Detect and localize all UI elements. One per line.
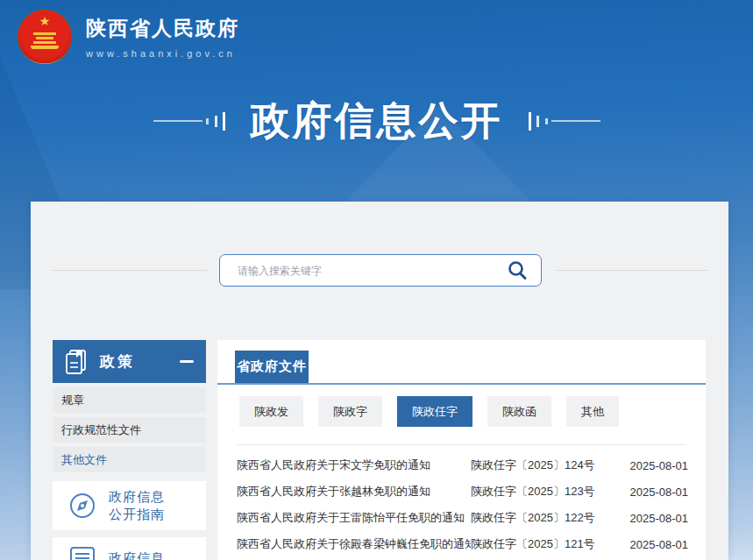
sidebar-item-other-documents[interactable]: 其他文件 bbox=[53, 447, 206, 472]
document-number: 陕政任字〔2025〕123号 bbox=[471, 484, 618, 500]
document-list-icon bbox=[68, 545, 96, 560]
sidebar-section-policy[interactable]: 政策 bbox=[53, 340, 206, 383]
sidebar: 政策 规章 行政规范性文件 其他文件 政府信息 公开指南 bbox=[53, 340, 206, 560]
quick-link-disclosure-guide[interactable]: 政府信息 公开指南 bbox=[53, 481, 206, 530]
national-emblem-logo[interactable]: ★ bbox=[18, 10, 72, 64]
sidebar-item-label: 行政规范性文件 bbox=[61, 422, 141, 438]
document-number: 陕政任字〔2025〕122号 bbox=[471, 510, 618, 526]
site-name[interactable]: 陕西省人民政府 bbox=[86, 15, 239, 42]
search-icon bbox=[506, 259, 529, 282]
sidebar-item-label: 规章 bbox=[61, 393, 84, 408]
search-button[interactable] bbox=[506, 259, 529, 282]
search-input[interactable] bbox=[238, 265, 506, 277]
sidebar-section-label: 政策 bbox=[100, 351, 135, 372]
table-row: 陕西省人民政府关于王雷陈怡平任免职的通知 陕政任字〔2025〕122号 2025… bbox=[217, 505, 706, 531]
emblem-gate-shape bbox=[33, 32, 56, 35]
page-title: 政府信息公开 bbox=[251, 95, 503, 147]
quick-link-label: 政府信息 bbox=[109, 549, 165, 560]
tab-provincial-government-documents[interactable]: 省政府文件 bbox=[235, 351, 309, 383]
search-decor-line-right bbox=[557, 270, 708, 271]
banner: 政府信息公开 bbox=[0, 95, 753, 147]
filter-shanzhengrenzi[interactable]: 陕政任字 bbox=[397, 396, 472, 427]
sidebar-item-label: 其他文件 bbox=[61, 452, 107, 468]
site-url: www.shaanxi.gov.cn bbox=[86, 48, 239, 59]
emblem-gate-shape bbox=[31, 46, 59, 49]
document-title-link[interactable]: 陕西省人民政府关于张越林免职的通知 bbox=[237, 484, 471, 500]
emblem-gate-shape bbox=[33, 41, 56, 44]
sidebar-item-regulations[interactable]: 规章 bbox=[53, 387, 206, 413]
filter-shanzhengzi[interactable]: 陕政字 bbox=[318, 396, 382, 427]
filter-other[interactable]: 其他 bbox=[566, 396, 619, 427]
search-bar bbox=[219, 254, 542, 287]
policy-book-icon bbox=[65, 349, 88, 375]
quick-link-label: 政府信息 公开指南 bbox=[109, 488, 165, 523]
content-card: 政策 规章 行政规范性文件 其他文件 政府信息 公开指南 bbox=[31, 202, 728, 560]
table-row: 陕西省人民政府关于宋文学免职的通知 陕政任字〔2025〕124号 2025-08… bbox=[217, 452, 706, 478]
filter-shanzhenghan[interactable]: 陕政函 bbox=[487, 396, 551, 427]
document-title-link[interactable]: 陕西省人民政府关于王雷陈怡平任免职的通知 bbox=[237, 510, 471, 526]
document-date: 2025-08-01 bbox=[618, 459, 688, 472]
document-number: 陕政任字〔2025〕121号 bbox=[471, 536, 618, 552]
quick-link-government-info[interactable]: 政府信息 bbox=[53, 537, 206, 560]
document-date: 2025-08-01 bbox=[618, 512, 688, 525]
table-row: 陕西省人民政府关于徐殿春梁钟巍任免职的通知 陕政任字〔2025〕121号 202… bbox=[217, 531, 706, 557]
tab-underline bbox=[217, 383, 706, 385]
document-title-link[interactable]: 陕西省人民政府关于徐殿春梁钟巍任免职的通知 bbox=[237, 536, 471, 552]
filter-shanzhengfa[interactable]: 陕政发 bbox=[239, 396, 303, 427]
site-identity: 陕西省人民政府 www.shaanxi.gov.cn bbox=[86, 15, 239, 59]
document-list: 陕西省人民政府关于宋文学免职的通知 陕政任字〔2025〕124号 2025-08… bbox=[217, 452, 706, 557]
title-ornament-right bbox=[526, 112, 600, 131]
emblem-star-icon: ★ bbox=[18, 15, 72, 27]
page-background: ★ 陕西省人民政府 www.shaanxi.gov.cn 政府信息公开 bbox=[0, 0, 753, 560]
collapse-minus-icon[interactable] bbox=[180, 360, 194, 363]
document-number: 陕政任字〔2025〕124号 bbox=[471, 457, 618, 473]
main-panel: 省政府文件 陕政发 陕政字 陕政任字 陕政函 其他 陕西省人民政府关于宋文学免职… bbox=[217, 340, 706, 560]
compass-icon bbox=[68, 492, 96, 520]
list-separator bbox=[237, 444, 686, 445]
document-filter-tabs: 陕政发 陕政字 陕政任字 陕政函 其他 bbox=[239, 396, 619, 427]
document-date: 2025-08-01 bbox=[618, 538, 688, 551]
document-date: 2025-08-01 bbox=[618, 486, 688, 499]
title-ornament-left bbox=[153, 112, 228, 131]
emblem-gate-shape bbox=[36, 37, 53, 39]
sidebar-item-normative-documents[interactable]: 行政规范性文件 bbox=[53, 417, 206, 443]
search-decor-line-left bbox=[53, 270, 207, 271]
table-row: 陕西省人民政府关于张越林免职的通知 陕政任字〔2025〕123号 2025-08… bbox=[217, 478, 706, 505]
site-header: ★ 陕西省人民政府 www.shaanxi.gov.cn bbox=[18, 10, 239, 64]
document-title-link[interactable]: 陕西省人民政府关于宋文学免职的通知 bbox=[237, 457, 471, 473]
